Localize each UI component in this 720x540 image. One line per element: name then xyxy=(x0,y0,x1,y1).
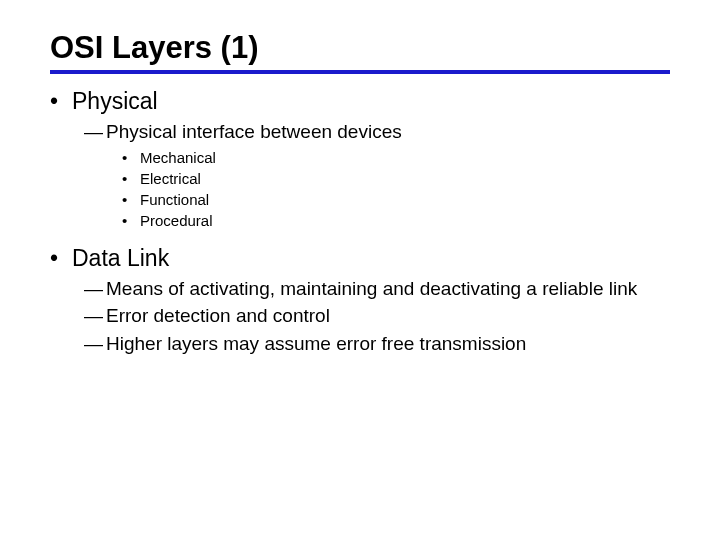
bullet-level3: • Mechanical xyxy=(122,149,670,166)
bullet-level1: • Data Link xyxy=(50,245,670,272)
dash-icon: — xyxy=(84,303,106,329)
bullet-level1-label: Physical xyxy=(72,88,158,115)
bullet-level2: — Means of activating, maintaining and d… xyxy=(84,276,670,302)
dash-icon: — xyxy=(84,276,106,302)
bullet-level3: • Functional xyxy=(122,191,670,208)
bullet-dot-icon: • xyxy=(122,170,140,187)
dash-icon: — xyxy=(84,331,106,357)
bullet-level1-label: Data Link xyxy=(72,245,169,272)
slide-title: OSI Layers (1) xyxy=(50,30,670,74)
bullet-level2-text: Higher layers may assume error free tran… xyxy=(106,331,526,357)
slide: OSI Layers (1) • Physical — Physical int… xyxy=(0,0,720,379)
bullet-level2-text: Error detection and control xyxy=(106,303,330,329)
bullet-dot-icon: • xyxy=(50,245,72,272)
dash-icon: — xyxy=(84,119,106,145)
bullet-dot-icon: • xyxy=(122,149,140,166)
bullet-level2-text: Physical interface between devices xyxy=(106,119,402,145)
bullet-level3: • Procedural xyxy=(122,212,670,229)
bullet-level3-text: Electrical xyxy=(140,170,201,187)
bullet-level1: • Physical xyxy=(50,88,670,115)
bullet-dot-icon: • xyxy=(50,88,72,115)
bullet-level3: • Electrical xyxy=(122,170,670,187)
bullet-level2: — Error detection and control xyxy=(84,303,670,329)
bullet-level3-text: Functional xyxy=(140,191,209,208)
bullet-level3-text: Procedural xyxy=(140,212,213,229)
bullet-dot-icon: • xyxy=(122,191,140,208)
bullet-dot-icon: • xyxy=(122,212,140,229)
bullet-level3-text: Mechanical xyxy=(140,149,216,166)
bullet-level2: — Physical interface between devices xyxy=(84,119,670,145)
bullet-level2-text: Means of activating, maintaining and dea… xyxy=(106,276,637,302)
bullet-level2: — Higher layers may assume error free tr… xyxy=(84,331,670,357)
